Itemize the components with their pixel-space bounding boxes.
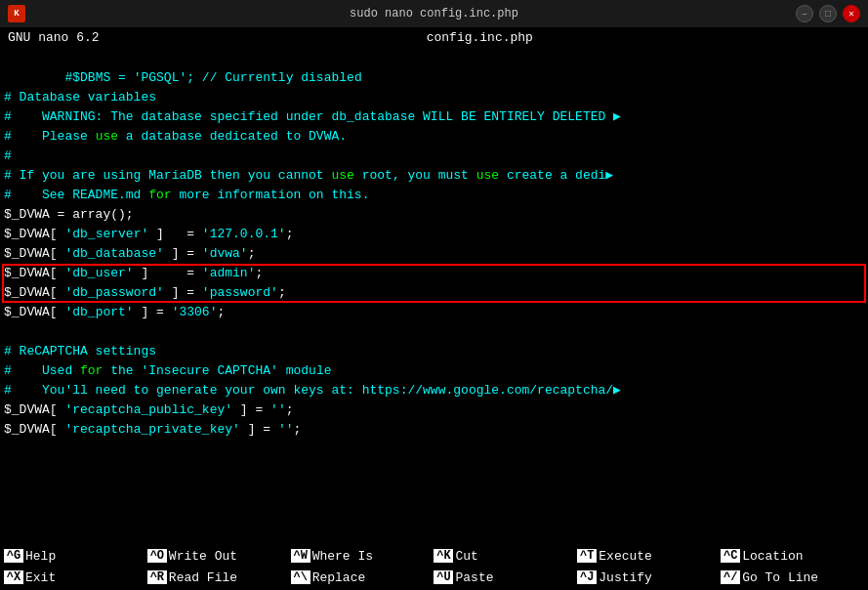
nano-header: GNU nano 6.2 config.inc.php [0,27,868,47]
line-18: # You'll need to generate your own keys … [4,381,864,400]
footer-paste: ^U Paste [434,570,577,585]
key-exit: ^X [4,570,23,584]
line-5: # Please use a database dedicated to DVW… [4,127,864,147]
footer-where-is: ^W Where Is [291,549,434,564]
line-17: # Used for the 'Insecure CAPTCHA' module [4,361,864,381]
line-14: $_DVWA[ 'db_port' ] = '3306'; [4,303,864,322]
line-13: $_DVWA[ 'db_password' ] = 'password'; [4,283,864,303]
key-where-is: ^W [291,549,310,563]
footer-help: ^G Help [4,549,147,564]
footer-row-1: ^G Help ^O Write Out ^W Where Is ^K Cut … [4,549,864,564]
key-justify: ^J [577,570,597,584]
label-location: Location [742,549,803,564]
line-19: $_DVWA[ 'recaptcha_public_key' ] = ''; [4,400,864,420]
line-6: # [4,147,864,166]
label-go-to-line: Go To Line [742,570,818,585]
label-exit: Exit [25,570,56,585]
key-paste: ^U [434,570,453,584]
highlighted-block: $_DVWA[ 'db_user' ] = 'admin'; $_DVWA[ '… [4,264,864,303]
footer-exit: ^X Exit [4,570,147,585]
footer-write-out: ^O Write Out [147,549,291,564]
line-11: $_DVWA[ 'db_database' ] = 'dvwa'; [4,244,864,264]
window-controls[interactable]: – □ ✕ [796,5,860,22]
editor-content: #$DBMS = 'PGSQL'; // Currently disabled … [4,49,864,440]
line-16: # ReCAPTCHA settings [4,342,864,361]
line-7: # If you are using MariaDB then you cann… [4,166,864,186]
maximize-button[interactable]: □ [819,5,837,22]
nano-filename: config.inc.php [427,30,533,45]
footer-execute: ^T Execute [577,549,721,564]
label-cut: Cut [455,549,477,564]
footer-replace: ^\ Replace [291,570,434,585]
footer-row-2: ^X Exit ^R Read File ^\ Replace ^U Paste… [4,570,864,585]
line-10: $_DVWA[ 'db_server' ] = '127.0.0.1'; [4,225,864,244]
line-3: # Database variables [4,88,864,107]
line-15 [4,322,864,342]
editor-area[interactable]: #$DBMS = 'PGSQL'; // Currently disabled … [0,47,868,543]
key-read-file: ^R [147,570,167,584]
line-8: # See README.md for more information on … [4,186,864,205]
nano-footer: ^G Help ^O Write Out ^W Where Is ^K Cut … [0,543,868,590]
line-12: $_DVWA[ 'db_user' ] = 'admin'; [4,264,864,283]
close-button[interactable]: ✕ [843,5,860,22]
footer-justify: ^J Justify [577,570,721,585]
app-icon: K [8,5,25,22]
label-write-out: Write Out [169,549,237,564]
nano-version: GNU nano 6.2 [8,30,100,45]
terminal-window: K sudo nano config.inc.php – □ ✕ GNU nan… [0,0,868,590]
label-paste: Paste [455,570,493,585]
key-cut: ^K [434,549,453,563]
key-write-out: ^O [147,549,167,563]
label-justify: Justify [599,570,652,585]
key-replace: ^\ [291,570,310,584]
footer-go-to-line: ^/ Go To Line [721,570,864,585]
label-read-file: Read File [169,570,237,585]
key-go-to-line: ^/ [721,570,740,584]
key-help: ^G [4,549,23,563]
label-help: Help [25,549,56,564]
line-9: $_DVWA = array(); [4,205,864,225]
label-replace: Replace [312,570,366,585]
key-execute: ^T [577,549,597,563]
titlebar-left: K [8,5,25,22]
window-title: sudo nano config.inc.php [350,7,518,21]
footer-read-file: ^R Read File [147,570,291,585]
key-location: ^C [721,549,740,563]
label-where-is: Where Is [312,549,373,564]
minimize-button[interactable]: – [796,5,813,22]
label-execute: Execute [599,549,652,564]
line-1: #$DBMS = 'PGSQL'; // Currently disabled [4,49,864,68]
footer-location: ^C Location [721,549,864,564]
line-20: $_DVWA[ 'recaptcha_private_key' ] = ''; [4,420,864,440]
titlebar: K sudo nano config.inc.php – □ ✕ [0,0,868,27]
footer-cut: ^K Cut [434,549,577,564]
line-4: # WARNING: The database specified under … [4,107,864,127]
